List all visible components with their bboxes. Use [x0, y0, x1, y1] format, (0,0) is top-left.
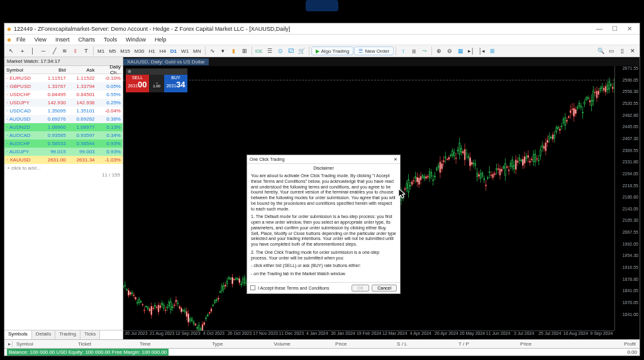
tf-m15[interactable]: M15: [118, 48, 132, 54]
svg-rect-515: [575, 109, 577, 113]
col-tp[interactable]: T / P: [455, 341, 516, 347]
maximize-button[interactable]: ☐: [607, 23, 622, 35]
mw-row-audchf[interactable]: ⋅ AUDCHF0.585330.585440.93%: [4, 139, 123, 148]
new-order-button[interactable]: ☰New Order: [354, 46, 394, 55]
svg-rect-557: [612, 87, 613, 89]
tf-m5[interactable]: M5: [107, 48, 118, 54]
close-sub-icon[interactable]: ✕: [628, 46, 638, 56]
accept-checkbox[interactable]: [250, 285, 255, 290]
col-bid[interactable]: Bid: [39, 67, 68, 73]
menu-insert[interactable]: Insert: [52, 36, 74, 43]
zoom-icon[interactable]: ∿: [208, 46, 218, 56]
minimize-button[interactable]: —: [592, 23, 607, 35]
mw-row-xauusd[interactable]: ⋅ XAUUSD2631.002631.34-1.03%: [4, 156, 123, 164]
svg-rect-25: [144, 310, 145, 311]
zoom-out-icon[interactable]: ⊖: [445, 46, 455, 56]
trendline-icon[interactable]: ╱: [49, 46, 59, 56]
chart-bars-icon[interactable]: ⫼: [409, 46, 419, 56]
market-icon[interactable]: 🛒: [297, 46, 307, 56]
mw-row-gbpusd[interactable]: ⋅ GBPUSD1.337871.337940.05%: [4, 82, 123, 90]
menu-tools[interactable]: Tools: [100, 36, 121, 43]
dialog-close-icon[interactable]: ✕: [394, 157, 397, 162]
channel-icon[interactable]: ≋: [60, 46, 70, 56]
tf-m1[interactable]: M1: [96, 48, 106, 54]
oc-lot-input[interactable]: ⌄ 1.00: [149, 75, 164, 92]
autoscroll-icon[interactable]: ⤳: [419, 46, 430, 56]
mw-tab-details[interactable]: Details: [32, 330, 55, 339]
vps-icon[interactable]: ⊙: [275, 46, 286, 56]
shift-icon[interactable]: ▸│: [466, 46, 476, 56]
mw-row-audcad[interactable]: ⋅ AUDCAD0.935850.935970.34%: [4, 131, 123, 139]
tf-w1[interactable]: W1: [179, 48, 191, 54]
tf-d1[interactable]: D1: [169, 48, 179, 54]
col-time[interactable]: Time: [136, 341, 208, 347]
mw-tab-trading[interactable]: Trading: [55, 330, 80, 339]
svg-rect-513: [574, 108, 575, 116]
mw-row-audnzd[interactable]: ⋅ AUDNZD1.089601.089770.13%: [4, 123, 123, 131]
search-icon[interactable]: 🔍: [596, 46, 606, 56]
mw-row-audjpy[interactable]: ⋅ AUDJPY99.01599.0030.93%: [4, 148, 123, 156]
hline-icon[interactable]: ─: [38, 46, 48, 56]
svg-rect-369: [447, 159, 448, 160]
vline-icon[interactable]: │: [28, 46, 38, 56]
tf-h4[interactable]: H4: [158, 48, 168, 54]
mw-row-eurusd[interactable]: ⋅ EURUSD1.115171.11522-0.10%: [4, 74, 123, 82]
layout1-icon[interactable]: ▭: [606, 46, 616, 56]
col-volume[interactable]: Volume: [270, 341, 331, 347]
cursor-icon[interactable]: ↖: [6, 46, 16, 56]
signals-icon[interactable]: 🗠: [286, 46, 296, 56]
strategy-icon[interactable]: ☰: [265, 46, 275, 56]
oc-sell-button[interactable]: SELL 263100: [126, 75, 149, 92]
toolbar: ↖ ＋ │ ─ ╱ ≋ ⦀ T M1 M5 M15 M30 H1 H4 D1 W…: [4, 45, 640, 57]
grid-expand-icon[interactable]: ▸: [4, 341, 13, 347]
close-button[interactable]: ✕: [622, 23, 637, 35]
candles-icon[interactable]: ▮: [229, 46, 239, 56]
col-type[interactable]: Type: [208, 341, 270, 347]
col-ask[interactable]: Ask: [68, 67, 97, 73]
fibo-icon[interactable]: ⦀: [70, 46, 80, 56]
svg-rect-113: [221, 286, 223, 291]
col-ticket[interactable]: Ticket: [74, 341, 136, 347]
col-symbol[interactable]: Symbol: [4, 67, 39, 73]
mw-row-audusd[interactable]: ⋅ AUDUSD0.692760.692820.38%: [4, 115, 123, 123]
tf-m30[interactable]: M30: [133, 48, 147, 54]
oc-buy-button[interactable]: BUY 263134: [164, 75, 187, 92]
scroll-end-icon[interactable]: │◂: [477, 46, 487, 56]
oc-expand-icon[interactable]: ⊕: [126, 68, 187, 75]
ide-icon[interactable]: IDE: [254, 46, 264, 56]
indicators-icon[interactable]: ⊞: [487, 46, 497, 56]
bars-icon[interactable]: ▾: [218, 46, 228, 56]
svg-rect-45: [162, 303, 163, 305]
ok-button[interactable]: OK: [352, 285, 369, 292]
text-icon[interactable]: T: [81, 46, 91, 56]
mw-row-usdcad[interactable]: ⋅ USDCAD1.350951.35101-0.04%: [4, 107, 123, 115]
col-symbol[interactable]: Symbol: [13, 341, 74, 347]
col-change[interactable]: Daily Ch...: [97, 64, 123, 75]
menu-view[interactable]: View: [31, 36, 50, 43]
svg-rect-67: [181, 308, 182, 312]
col-price[interactable]: Price: [331, 341, 393, 347]
mw-tab-ticks[interactable]: Ticks: [80, 330, 100, 339]
mw-row-usdchf[interactable]: ⋅ USDCHF0.844950.845010.55%: [4, 90, 123, 99]
mw-add-symbol[interactable]: + click to add...: [4, 164, 123, 172]
col-sl[interactable]: S / L: [393, 341, 455, 347]
menu-file[interactable]: File: [13, 36, 30, 43]
col-profit[interactable]: Profit: [578, 341, 640, 347]
depth-icon[interactable]: ↕: [398, 46, 408, 56]
grid-icon[interactable]: ▦: [455, 46, 465, 56]
mw-row-usdjpy[interactable]: ⋅ USDJPY142.930142.9380.25%: [4, 99, 123, 107]
zoom-in-icon[interactable]: ⊕: [434, 46, 444, 56]
cancel-button[interactable]: Cancel: [372, 285, 397, 292]
tf-mn[interactable]: MN: [191, 48, 203, 54]
layout2-icon[interactable]: ▯: [617, 46, 627, 56]
chart-tab-xauusd[interactable]: XAUUSD, Daily: Gold vs US Dollar: [123, 58, 209, 65]
crosshair-icon[interactable]: ＋: [17, 46, 27, 56]
menu-charts[interactable]: Charts: [74, 36, 99, 43]
col-price2[interactable]: Price: [516, 341, 578, 347]
algo-trading-button[interactable]: ▶Algo Trading: [311, 46, 354, 55]
menu-window[interactable]: Window: [122, 36, 150, 43]
mw-tab-symbols[interactable]: Symbols: [4, 330, 32, 339]
menu-help[interactable]: Help: [151, 36, 170, 43]
tf-h1[interactable]: H1: [147, 48, 157, 54]
line-icon[interactable]: ⊞: [240, 46, 250, 56]
